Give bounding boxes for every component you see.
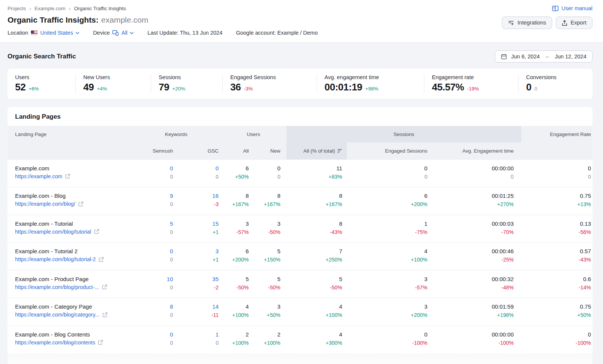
metric-label: New Users xyxy=(83,74,148,80)
cell-semrush-value[interactable]: 8 xyxy=(132,303,173,310)
cell-sessions-all-value: 4 xyxy=(287,303,342,310)
metric: New Users49+4% xyxy=(75,74,151,93)
cell-engagement-rate-value: 0.6 xyxy=(522,275,591,283)
cell-semrush-value[interactable]: 0 xyxy=(132,330,173,338)
cell-gsc-diff: -2 xyxy=(176,283,219,292)
cell-users-new: 8+167% xyxy=(251,187,286,215)
location-selector[interactable]: Location United States xyxy=(8,30,80,36)
cell-semrush-value[interactable]: 9 xyxy=(132,192,173,200)
cell-engagement-rate-diff: -14% xyxy=(522,283,591,292)
user-manual-label: User manual xyxy=(562,5,592,11)
cell-semrush-value[interactable]: 0 xyxy=(132,164,173,172)
cell-engagement-rate: 0.57-43% xyxy=(521,243,592,271)
cell-engaged-sessions-value: 4 xyxy=(347,247,427,255)
column-group-keywords: Keywords xyxy=(132,126,220,142)
cell-engaged-sessions-diff: 0 xyxy=(347,172,427,181)
device-value: All xyxy=(121,30,127,36)
column-engaged-sessions[interactable]: Engaged Sessions xyxy=(347,142,430,159)
chevron-down-icon xyxy=(75,32,80,34)
breadcrumb-item[interactable]: Projects xyxy=(8,6,26,11)
cell-engagement-rate: 0.75+50% xyxy=(521,298,592,326)
breadcrumb-item[interactable]: Example.com xyxy=(35,6,66,11)
column-semrush[interactable]: Semrush xyxy=(132,142,175,159)
cell-users-new-diff: -50% xyxy=(251,228,280,237)
table-row: Example.com - Blog Contentshttps://examp… xyxy=(8,326,592,353)
cell-semrush-value[interactable]: 0 xyxy=(132,247,173,255)
cell-gsc-value[interactable]: 16 xyxy=(176,192,219,200)
integrations-button[interactable]: Integrations xyxy=(502,17,552,29)
external-link-icon[interactable] xyxy=(98,340,103,345)
cell-sessions-all-diff: -43% xyxy=(287,228,342,237)
external-link-icon[interactable] xyxy=(94,229,99,234)
cell-engagement-rate: 0.6-14% xyxy=(521,270,592,298)
external-link-icon[interactable] xyxy=(102,284,107,289)
cell-semrush: 00 xyxy=(132,243,175,271)
cell-gsc: 15+1 xyxy=(175,215,220,243)
cell-sessions-all: 4+300% xyxy=(286,326,347,353)
landing-page-url[interactable]: https://example.com/blog/product-... xyxy=(15,284,99,290)
user-manual-link[interactable]: User manual xyxy=(552,5,592,11)
column-landing-page[interactable]: Landing Page xyxy=(8,126,132,159)
cell-gsc-value[interactable]: 3 xyxy=(176,247,219,255)
external-link-icon[interactable] xyxy=(78,202,83,206)
list-plus-icon xyxy=(508,20,514,26)
cell-sessions-all-diff: -50% xyxy=(287,283,342,292)
calendar-icon xyxy=(501,54,507,60)
table-row: Example.com - Tutorial 2https://example.… xyxy=(8,243,592,271)
cell-sessions-all-diff: +167% xyxy=(287,200,342,209)
cell-avg-engagement-time-diff: +270% xyxy=(430,200,514,209)
landing-page-url[interactable]: https://example.com/blog/category... xyxy=(15,312,99,318)
cell-sessions-all-value: 5 xyxy=(287,275,342,283)
cell-semrush-value[interactable]: 5 xyxy=(132,220,173,228)
cell-sessions-all: 7+250% xyxy=(286,243,347,271)
cell-engaged-sessions: 3+200% xyxy=(347,298,430,326)
external-link-icon[interactable] xyxy=(103,312,107,317)
export-button[interactable]: Export xyxy=(556,17,592,29)
external-link-icon[interactable] xyxy=(99,257,104,262)
column-users-all[interactable]: All xyxy=(220,142,251,159)
cell-engagement-rate-diff: +13% xyxy=(522,200,591,209)
location-label: Location xyxy=(8,30,28,36)
cell-users-new-diff: -50% xyxy=(251,283,280,292)
sort-descending-icon xyxy=(337,149,342,153)
landing-page-url[interactable]: https://example.com/blog/tutorial xyxy=(15,229,91,235)
cell-users-new-diff: +100% xyxy=(251,338,280,347)
cell-landing-page: Example.comhttps://example.com xyxy=(8,159,132,187)
device-label: Device xyxy=(93,30,110,36)
cell-users-new-diff: 0 xyxy=(251,172,280,181)
cell-gsc-value[interactable]: 1 xyxy=(176,330,219,338)
cell-sessions-all-value: 7 xyxy=(287,247,342,255)
date-range-picker[interactable]: Jun 6, 2024 – Jun 12, 2024 xyxy=(495,50,592,63)
cell-semrush-diff: 0 xyxy=(132,200,173,209)
column-users-new[interactable]: New xyxy=(251,142,286,159)
cell-sessions-all: 11+83% xyxy=(286,159,347,187)
cell-avg-engagement-time: 00:00:03-70% xyxy=(430,215,521,243)
landing-page-name: Example.com - Product Page xyxy=(15,275,132,283)
cell-sessions-all-value: 8 xyxy=(287,220,342,228)
landing-page-url[interactable]: https://example.com xyxy=(15,173,62,179)
cell-gsc-value[interactable]: 0 xyxy=(176,164,219,172)
cell-gsc-value[interactable]: 35 xyxy=(176,275,219,283)
column-avg-engagement-time[interactable]: Avg. Engagement time xyxy=(430,142,521,159)
cell-sessions-all-diff: +100% xyxy=(287,310,342,320)
cell-semrush-diff: 0 xyxy=(132,228,173,237)
breadcrumb-separator-icon: › xyxy=(29,6,31,11)
column-engagement-rate[interactable]: Engagement Rate xyxy=(521,126,592,159)
landing-page-url[interactable]: https://example.com/blog/contents xyxy=(15,340,95,346)
metric-diff: +6% xyxy=(29,86,39,92)
external-link-icon[interactable] xyxy=(65,174,70,179)
column-sessions-all[interactable]: All (% of total) xyxy=(286,142,347,159)
metric-label: Engaged Sessions xyxy=(230,74,314,80)
cell-semrush-value[interactable]: 10 xyxy=(132,275,173,283)
cell-gsc-value[interactable]: 14 xyxy=(176,303,219,310)
cell-engagement-rate: 0.75+13% xyxy=(521,187,592,215)
cell-users-all-diff: -50% xyxy=(221,283,249,292)
cell-users-all-diff: +100% xyxy=(221,338,249,347)
column-gsc[interactable]: GSC xyxy=(175,142,220,159)
metric-value: 79 xyxy=(159,81,169,93)
cell-semrush: 50 xyxy=(132,215,175,243)
cell-gsc-value[interactable]: 15 xyxy=(176,220,219,228)
landing-page-url[interactable]: https://example.com/blog/tutorial-2 xyxy=(15,256,96,262)
device-selector[interactable]: Device All xyxy=(93,30,134,36)
landing-page-url[interactable]: https://example.com/blog/ xyxy=(15,201,75,207)
